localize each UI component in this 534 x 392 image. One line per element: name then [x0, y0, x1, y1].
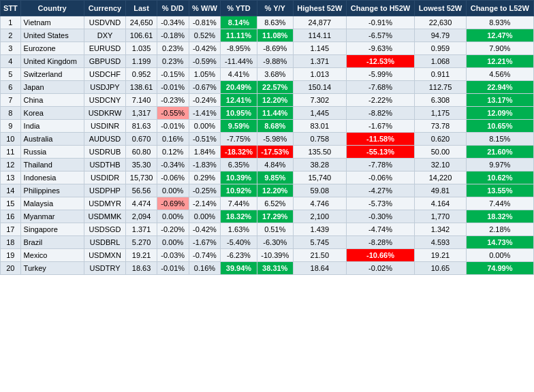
- cell-yoy: 8.63%: [257, 16, 293, 29]
- cell-last: 15,730: [126, 172, 157, 184]
- cell-last: 1,317: [126, 107, 157, 120]
- cell-country: Brazil: [20, 236, 84, 249]
- cell-dod: -0.69%: [157, 197, 189, 210]
- cell-ytd: 9.59%: [221, 120, 257, 133]
- cell-yoy: 3.68%: [257, 68, 293, 81]
- cell-yoy: 17.29%: [257, 210, 293, 223]
- cell-wow: -0.42%: [189, 42, 221, 55]
- cell-country: Thailand: [20, 159, 84, 172]
- cell-country: Eurozone: [20, 42, 84, 55]
- cell-wow: -0.25%: [189, 184, 221, 197]
- cell-ch52w: -55.13%: [346, 146, 415, 159]
- cell-wow: -0.74%: [189, 249, 221, 262]
- cell-cl52w: 2.18%: [466, 223, 533, 236]
- cell-currency: USDIDR: [84, 172, 126, 184]
- cell-ytd: -11.44%: [221, 55, 257, 68]
- cell-cl52w: 74.99%: [466, 262, 533, 275]
- column-header-changetoh52w: Change to H52W: [346, 1, 415, 16]
- cell-stt: 16: [1, 210, 21, 223]
- cell-cl52w: 8.93%: [466, 16, 533, 29]
- table-row: 16MyanmarUSDMMK2,0940.00%0.00%18.32%17.2…: [1, 210, 534, 223]
- cell-stt: 11: [1, 146, 21, 159]
- cell-l52w: 22,630: [415, 16, 466, 29]
- cell-wow: -0.81%: [189, 16, 221, 29]
- cell-dod: -0.18%: [157, 29, 189, 42]
- cell-last: 56.56: [126, 184, 157, 197]
- cell-currency: AUDUSD: [84, 133, 126, 146]
- cell-h52w: 59.08: [293, 184, 346, 197]
- cell-h52w: 21.50: [293, 249, 346, 262]
- cell-stt: 3: [1, 42, 21, 55]
- table-row: 18BrazilUSDBRL5.2700.00%-1.67%-5.40%-6.3…: [1, 236, 534, 249]
- cell-h52w: 5.745: [293, 236, 346, 249]
- cell-l52w: 0.911: [415, 68, 466, 81]
- cell-country: Indonesia: [20, 172, 84, 184]
- cell-stt: 5: [1, 68, 21, 81]
- cell-dod: -0.06%: [157, 172, 189, 184]
- cell-wow: -0.42%: [189, 223, 221, 236]
- cell-stt: 8: [1, 107, 21, 120]
- cell-ytd: 10.95%: [221, 107, 257, 120]
- cell-country: Vietnam: [20, 16, 84, 29]
- cell-l52w: 1,175: [415, 107, 466, 120]
- cell-l52w: 4.164: [415, 197, 466, 210]
- cell-h52w: 135.50: [293, 146, 346, 159]
- cell-yoy: 11.08%: [257, 29, 293, 42]
- cell-ch52w: -0.91%: [346, 16, 415, 29]
- cell-cl52w: 7.44%: [466, 197, 533, 210]
- cell-yoy: 8.68%: [257, 120, 293, 133]
- cell-currency: GBPUSD: [84, 55, 126, 68]
- cell-last: 18.63: [126, 262, 157, 275]
- cell-stt: 14: [1, 184, 21, 197]
- cell-ytd: 10.39%: [221, 172, 257, 184]
- cell-l52w: 73.78: [415, 120, 466, 133]
- cell-ytd: 11.11%: [221, 29, 257, 42]
- table-row: 5SwitzerlandUSDCHF0.952-0.15%1.05%4.41%3…: [1, 68, 534, 81]
- cell-l52w: 1,770: [415, 210, 466, 223]
- cell-ch52w: -8.82%: [346, 107, 415, 120]
- cell-country: India: [20, 120, 84, 133]
- cell-ytd: 7.44%: [221, 197, 257, 210]
- column-header-yy: % Y/Y: [257, 1, 293, 16]
- cell-dod: -0.01%: [157, 262, 189, 275]
- cell-country: United Kingdom: [20, 55, 84, 68]
- cell-currency: USDMYR: [84, 197, 126, 210]
- cell-dod: -0.20%: [157, 223, 189, 236]
- cell-dod: -0.15%: [157, 68, 189, 81]
- cell-last: 138.61: [126, 81, 157, 94]
- table-row: 7ChinaUSDCNY7.140-0.23%-0.24%12.41%12.20…: [1, 94, 534, 107]
- cell-l52w: 49.81: [415, 184, 466, 197]
- table-row: 13IndonesiaUSDIDR15,730-0.06%0.29%10.39%…: [1, 172, 534, 184]
- cell-cl52w: 7.90%: [466, 42, 533, 55]
- cell-cl52w: 9.97%: [466, 159, 533, 172]
- table-row: 2United StatesDXY106.61-0.18%0.52%11.11%…: [1, 29, 534, 42]
- cell-ytd: -8.95%: [221, 42, 257, 55]
- cell-ytd: 8.14%: [221, 16, 257, 29]
- cell-ch52w: -4.27%: [346, 184, 415, 197]
- cell-ytd: 39.94%: [221, 262, 257, 275]
- cell-h52w: 150.14: [293, 81, 346, 94]
- cell-yoy: -9.88%: [257, 55, 293, 68]
- cell-last: 106.61: [126, 29, 157, 42]
- cell-country: Korea: [20, 107, 84, 120]
- column-header-ww: % W/W: [189, 1, 221, 16]
- cell-wow: -2.14%: [189, 197, 221, 210]
- cell-l52w: 94.79: [415, 29, 466, 42]
- cell-ytd: 20.49%: [221, 81, 257, 94]
- cell-cl52w: 8.15%: [466, 133, 533, 146]
- cell-dod: -0.01%: [157, 81, 189, 94]
- cell-dod: -0.03%: [157, 249, 189, 262]
- column-header-changetol52w: Change to L52W: [466, 1, 533, 16]
- cell-h52w: 18.64: [293, 262, 346, 275]
- cell-yoy: -6.30%: [257, 236, 293, 249]
- cell-stt: 20: [1, 262, 21, 275]
- cell-h52w: 1.013: [293, 68, 346, 81]
- cell-stt: 19: [1, 249, 21, 262]
- cell-cl52w: 10.62%: [466, 172, 533, 184]
- table-row: 9IndiaUSDINR81.63-0.01%0.00%9.59%8.68%83…: [1, 120, 534, 133]
- cell-dod: 0.23%: [157, 42, 189, 55]
- column-header-stt: STT: [1, 1, 21, 16]
- cell-dod: 0.00%: [157, 210, 189, 223]
- cell-country: Russia: [20, 146, 84, 159]
- cell-ch52w: -4.74%: [346, 223, 415, 236]
